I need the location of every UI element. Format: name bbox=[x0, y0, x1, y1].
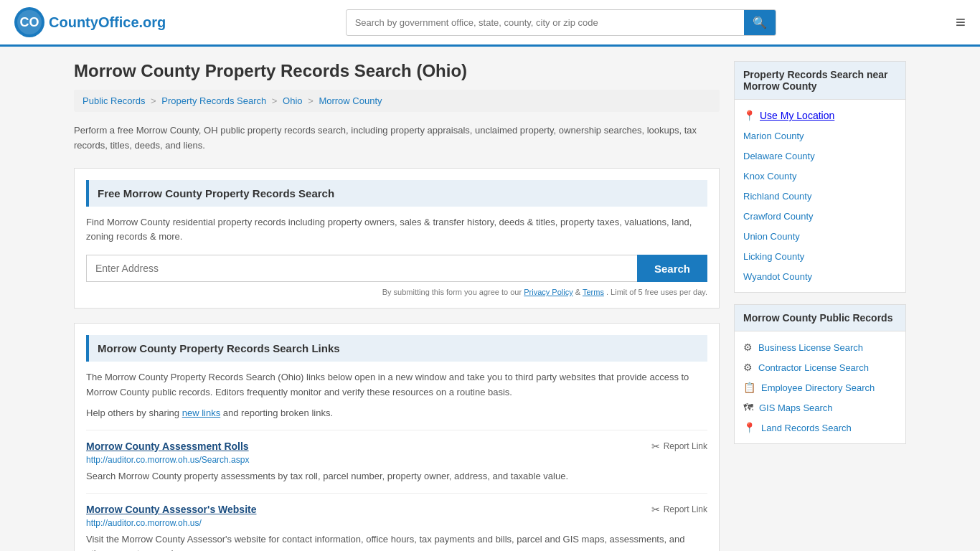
header: CO CountyOffice.org 🔍 ≡ bbox=[0, 0, 980, 47]
link-item-title[interactable]: Morrow County Assessment Rolls bbox=[86, 441, 249, 452]
header-search-input[interactable] bbox=[347, 11, 744, 34]
land-records-icon: 📍 bbox=[743, 422, 755, 433]
public-record-item[interactable]: 📋 Employee Directory Search bbox=[735, 377, 905, 397]
report-icon: ✂ bbox=[651, 504, 660, 515]
link-description: Search Morrow County property assessment… bbox=[86, 469, 707, 484]
sidebar-county-item[interactable]: Union County bbox=[735, 226, 905, 246]
header-search-button[interactable]: 🔍 bbox=[744, 10, 776, 35]
nearby-counties-heading: Property Records Search near Morrow Coun… bbox=[735, 62, 905, 100]
sidebar-county-item[interactable]: Richland County bbox=[735, 186, 905, 206]
sidebar-county-item[interactable]: Knox County bbox=[735, 166, 905, 186]
business-license-link[interactable]: Business License Search bbox=[758, 342, 863, 353]
report-link-button[interactable]: ✂ Report Link bbox=[651, 504, 707, 515]
link-description: Visit the Morrow County Assessor's websi… bbox=[86, 532, 707, 551]
use-my-location-item[interactable]: 📍 Use My Location bbox=[735, 105, 905, 126]
link-item: Morrow County Assessor's Website ✂ Repor… bbox=[86, 493, 707, 551]
sidebar-county-item[interactable]: Delaware County bbox=[735, 146, 905, 166]
address-input[interactable] bbox=[86, 255, 637, 282]
contractor-license-link[interactable]: Contractor License Search bbox=[758, 362, 869, 373]
terms-link[interactable]: Terms bbox=[583, 288, 604, 296]
public-record-item[interactable]: 📍 Land Records Search bbox=[735, 418, 905, 438]
new-links-link[interactable]: new links bbox=[182, 408, 220, 418]
breadcrumb-morrow-county[interactable]: Morrow County bbox=[319, 95, 382, 106]
address-search-row: Search bbox=[86, 255, 707, 282]
link-url[interactable]: http://auditor.co.morrow.oh.us/Search.as… bbox=[86, 455, 707, 465]
address-search-button[interactable]: Search bbox=[637, 255, 707, 282]
svg-text:CO: CO bbox=[20, 15, 39, 29]
business-license-icon: ⚙ bbox=[743, 342, 753, 353]
breadcrumb-property-records-search[interactable]: Property Records Search bbox=[161, 95, 266, 106]
gis-maps-icon: 🗺 bbox=[743, 402, 753, 413]
sidebar: Property Records Search near Morrow Coun… bbox=[734, 61, 906, 551]
location-pin-icon: 📍 bbox=[743, 110, 755, 121]
free-search-description: Find Morrow County residential property … bbox=[86, 215, 707, 245]
links-description: The Morrow County Property Records Searc… bbox=[86, 370, 707, 400]
free-search-heading: Free Morrow County Property Records Sear… bbox=[86, 180, 707, 207]
link-url[interactable]: http://auditor.co.morrow.oh.us/ bbox=[86, 518, 707, 528]
content-area: Morrow County Property Records Search (O… bbox=[74, 61, 720, 551]
breadcrumb-ohio[interactable]: Ohio bbox=[283, 95, 302, 106]
logo[interactable]: CO CountyOffice.org bbox=[14, 7, 166, 37]
use-my-location-link[interactable]: Use My Location bbox=[760, 110, 834, 121]
breadcrumb: Public Records > Property Records Search… bbox=[74, 90, 720, 112]
form-terms: By submitting this form you agree to our… bbox=[86, 288, 707, 296]
share-links-text: Help others by sharing new links and rep… bbox=[86, 408, 707, 418]
links-section: Morrow County Property Records Search Li… bbox=[74, 323, 720, 551]
hamburger-menu-icon[interactable]: ≡ bbox=[956, 12, 966, 32]
contractor-license-icon: ⚙ bbox=[743, 362, 753, 373]
nearby-counties-section: Property Records Search near Morrow Coun… bbox=[734, 61, 906, 293]
sidebar-county-item[interactable]: Crawford County bbox=[735, 206, 905, 226]
privacy-policy-link[interactable]: Privacy Policy bbox=[524, 288, 573, 296]
link-item-header: Morrow County Assessment Rolls ✂ Report … bbox=[86, 441, 707, 452]
page-description: Perform a free Morrow County, OH public … bbox=[74, 123, 720, 154]
employee-directory-link[interactable]: Employee Directory Search bbox=[761, 382, 875, 393]
nearby-counties-list: 📍 Use My Location Marion County Delaware… bbox=[735, 100, 905, 292]
sidebar-county-item[interactable]: Wyandot County bbox=[735, 266, 905, 286]
free-search-section: Free Morrow County Property Records Sear… bbox=[74, 168, 720, 309]
main-container: Morrow County Property Records Search (O… bbox=[60, 47, 920, 551]
logo-text: CountyOffice.org bbox=[49, 14, 166, 31]
breadcrumb-public-records[interactable]: Public Records bbox=[83, 95, 145, 106]
gis-maps-link[interactable]: GIS Maps Search bbox=[759, 402, 833, 413]
link-item-header: Morrow County Assessor's Website ✂ Repor… bbox=[86, 504, 707, 515]
employee-directory-icon: 📋 bbox=[743, 382, 755, 393]
links-section-heading: Morrow County Property Records Search Li… bbox=[86, 335, 707, 362]
public-record-item[interactable]: 🗺 GIS Maps Search bbox=[735, 397, 905, 418]
public-record-item[interactable]: ⚙ Business License Search bbox=[735, 337, 905, 357]
report-icon: ✂ bbox=[651, 441, 660, 452]
sidebar-county-item[interactable]: Licking County bbox=[735, 246, 905, 266]
land-records-link[interactable]: Land Records Search bbox=[761, 423, 852, 433]
public-records-list: ⚙ Business License Search ⚙ Contractor L… bbox=[735, 331, 905, 443]
public-records-heading: Morrow County Public Records bbox=[735, 305, 905, 331]
link-item: Morrow County Assessment Rolls ✂ Report … bbox=[86, 430, 707, 494]
report-link-button[interactable]: ✂ Report Link bbox=[651, 441, 707, 452]
header-search-bar[interactable]: 🔍 bbox=[346, 9, 776, 36]
logo-icon: CO bbox=[14, 7, 44, 37]
page-title: Morrow County Property Records Search (O… bbox=[74, 61, 720, 81]
sidebar-county-item[interactable]: Marion County bbox=[735, 126, 905, 146]
public-records-section: Morrow County Public Records ⚙ Business … bbox=[734, 304, 906, 444]
public-record-item[interactable]: ⚙ Contractor License Search bbox=[735, 357, 905, 377]
link-item-title[interactable]: Morrow County Assessor's Website bbox=[86, 504, 257, 515]
